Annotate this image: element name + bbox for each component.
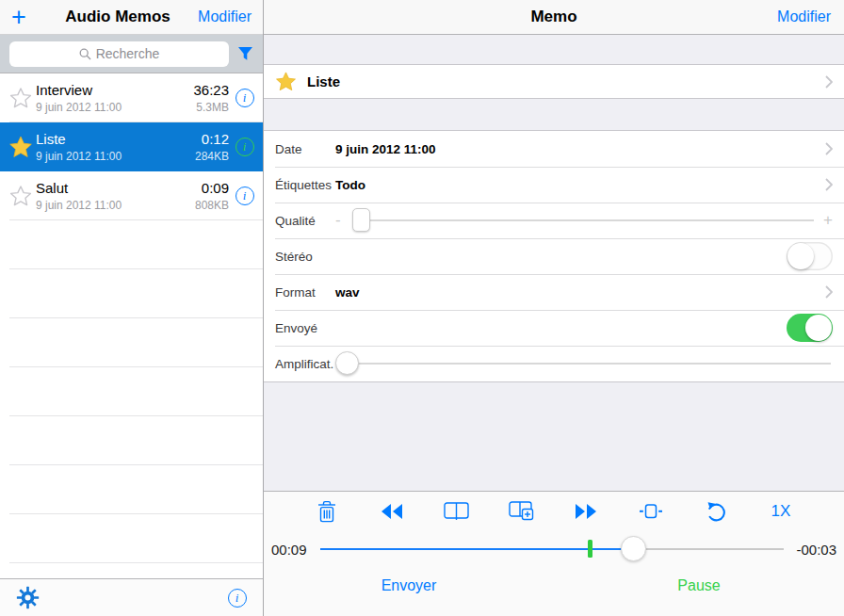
bookmarks-book-icon[interactable]	[443, 497, 471, 526]
empty-list-row	[9, 514, 263, 563]
filter-funnel-icon[interactable]	[237, 46, 253, 61]
quality-slider[interactable]: - +	[335, 206, 833, 235]
chevron-right-icon	[825, 75, 833, 89]
player-panel: 1X 00:09 -00:03 Envoyer Pause	[264, 491, 844, 616]
info-icon[interactable]: i	[235, 89, 254, 107]
minus-icon: -	[335, 211, 341, 230]
empty-list-row	[9, 220, 263, 269]
plus-icon: +	[823, 211, 833, 230]
sent-toggle[interactable]	[787, 314, 833, 342]
stereo-row: Stéréo	[264, 238, 844, 274]
detail-edit-button[interactable]: Modifier	[777, 8, 831, 25]
gain-slider[interactable]	[335, 349, 833, 378]
quality-slider-thumb[interactable]	[352, 208, 370, 232]
rewind-icon[interactable]	[378, 497, 406, 526]
chevron-right-icon	[825, 178, 833, 191]
date-value: 9 juin 2012 11:00	[335, 142, 436, 156]
memo-date: 9 juin 2012 11:00	[36, 150, 195, 163]
format-value: wav	[335, 285, 360, 300]
quality-row: Qualité - +	[264, 203, 844, 238]
add-memo-button[interactable]: +	[11, 5, 38, 30]
about-info-icon[interactable]: i	[228, 589, 247, 608]
settings-gear-icon[interactable]	[16, 586, 40, 609]
sent-label: Envoyé	[275, 321, 335, 335]
add-bookmark-icon[interactable]	[508, 497, 536, 526]
chevron-right-icon	[825, 285, 833, 299]
gain-slider-thumb[interactable]	[335, 351, 359, 375]
memo-size: 808KB	[195, 199, 229, 212]
empty-list-row	[9, 367, 263, 416]
gain-row: Amplificat.	[264, 346, 844, 381]
star-outline-icon[interactable]	[6, 87, 36, 109]
format-label: Format	[275, 285, 335, 300]
search-placeholder: Recherche	[96, 46, 160, 61]
send-button[interactable]: Envoyer	[381, 577, 437, 594]
star-outline-icon[interactable]	[6, 185, 36, 207]
player-actions: Envoyer Pause	[264, 569, 844, 616]
info-icon[interactable]: i	[235, 138, 254, 156]
stereo-toggle[interactable]	[787, 242, 833, 270]
progress-row: 00:09 -00:03	[264, 529, 844, 569]
stereo-label: Stéréo	[275, 250, 335, 264]
gain-label: Amplificat.	[275, 357, 335, 371]
loop-repeat-icon[interactable]	[702, 497, 730, 526]
empty-list-row	[9, 318, 263, 367]
audio-memos-app: + Audio Memos Modifier Recherche	[0, 0, 844, 616]
memo-title: Interview	[36, 82, 193, 98]
empty-list-row	[9, 465, 263, 514]
search-input[interactable]: Recherche	[9, 41, 229, 67]
magnifier-icon	[79, 48, 91, 60]
search-bar: Recherche	[0, 35, 263, 73]
memo-title: Salut	[36, 180, 195, 196]
progress-fill	[320, 548, 633, 550]
detail-navbar: Memo Modifier	[264, 0, 844, 35]
date-row[interactable]: Date 9 juin 2012 11:00	[264, 131, 844, 167]
memo-name-row[interactable]: Liste	[264, 64, 844, 99]
memo-name: Liste	[307, 73, 340, 89]
memo-date: 9 juin 2012 11:00	[36, 101, 193, 114]
sidebar-edit-button[interactable]: Modifier	[198, 8, 252, 25]
player-toolbar: 1X	[264, 492, 844, 529]
memo-duration: 0:09	[195, 180, 229, 196]
memo-row-liste[interactable]: Liste 9 juin 2012 11:00 0:12 284KB i	[0, 122, 263, 171]
memo-size: 5.3MB	[193, 101, 229, 114]
tags-value: Todo	[335, 178, 365, 192]
date-label: Date	[275, 142, 335, 156]
memo-list: Interview 9 juin 2012 11:00 36:23 5.3MB …	[0, 73, 263, 578]
pause-button[interactable]: Pause	[677, 577, 720, 594]
trash-icon[interactable]	[313, 497, 341, 526]
memo-detail-panel: Memo Modifier Liste Date 9 juin 2012 11:…	[264, 0, 844, 616]
memo-title: Liste	[36, 131, 195, 147]
memo-duration: 36:23	[193, 82, 229, 98]
memo-sidebar: + Audio Memos Modifier Recherche	[0, 0, 264, 616]
memo-duration: 0:12	[195, 131, 229, 147]
progress-thumb[interactable]	[621, 536, 646, 561]
chevron-right-icon	[825, 142, 833, 155]
sidebar-footer: i	[0, 578, 263, 616]
star-filled-icon[interactable]	[275, 71, 297, 92]
info-icon[interactable]: i	[235, 186, 254, 205]
elapsed-time: 00:09	[271, 542, 315, 558]
sent-row: Envoyé	[264, 310, 844, 346]
playback-speed-button[interactable]: 1X	[767, 497, 795, 526]
memo-size: 284KB	[195, 150, 229, 163]
quality-label: Qualité	[275, 214, 335, 228]
tags-row[interactable]: Étiquettes Todo	[264, 167, 844, 203]
sidebar-navbar: + Audio Memos Modifier	[0, 0, 263, 35]
trim-icon[interactable]	[637, 497, 665, 526]
empty-list-row	[9, 269, 263, 318]
bookmark-marker[interactable]	[588, 540, 592, 558]
memo-row-salut[interactable]: Salut 9 juin 2012 11:00 0:09 808KB i	[0, 171, 263, 220]
sidebar-title: Audio Memos	[38, 8, 198, 26]
memo-row-interview[interactable]: Interview 9 juin 2012 11:00 36:23 5.3MB …	[0, 73, 263, 122]
fast-forward-icon[interactable]	[572, 497, 600, 526]
format-row[interactable]: Format wav	[264, 274, 844, 310]
empty-list-row	[9, 416, 263, 465]
memo-fields: Date 9 juin 2012 11:00 Étiquettes Todo Q…	[264, 130, 844, 382]
progress-slider[interactable]	[320, 535, 784, 563]
detail-title: Memo	[530, 8, 576, 26]
memo-date: 9 juin 2012 11:00	[36, 199, 195, 212]
tags-label: Étiquettes	[275, 178, 335, 192]
star-filled-icon[interactable]	[6, 135, 36, 159]
remaining-time: -00:03	[789, 542, 836, 558]
